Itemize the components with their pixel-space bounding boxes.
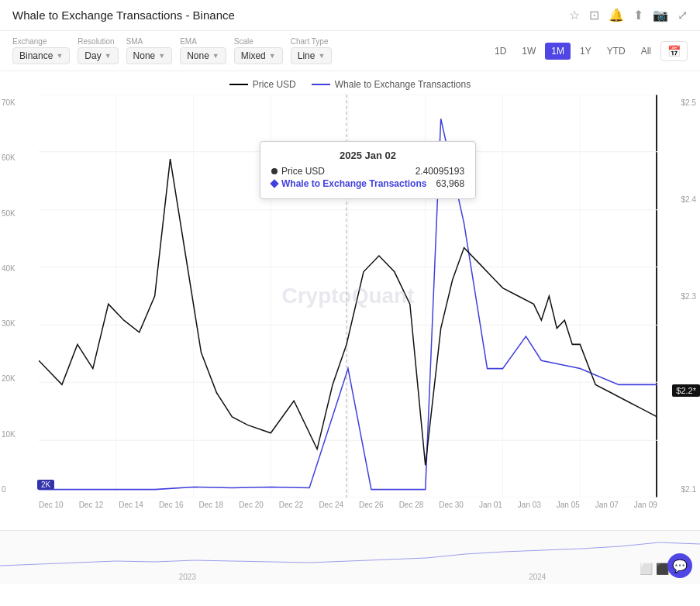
sma-arrow-icon: ▼	[158, 52, 165, 60]
mini-label-2024: 2024	[529, 573, 546, 581]
y-right-2-4: $2.4	[681, 195, 696, 204]
download-icon[interactable]: ⊡	[589, 8, 599, 22]
time-btn-1m[interactable]: 1M	[545, 43, 571, 60]
x-label-dec22: Dec 22	[279, 501, 304, 509]
time-btn-1d[interactable]: 1D	[488, 43, 512, 60]
x-axis-labels: Dec 10 Dec 12 Dec 14 Dec 16 Dec 18 Dec 2…	[39, 501, 657, 509]
time-btn-1y[interactable]: 1Y	[574, 43, 598, 60]
y-label-20k: 20K	[2, 374, 16, 383]
time-btn-ytd[interactable]: YTD	[601, 43, 632, 60]
tooltip-price-dot	[271, 168, 278, 174]
y-label-60k: 60K	[2, 153, 16, 162]
time-btn-1w[interactable]: 1W	[516, 43, 542, 60]
tooltip-date: 2025 Jan 02	[271, 150, 464, 161]
header-icons: ☆ ⊡ 🔔 ⬆ 📷 ⤢	[569, 8, 688, 22]
y-axis-right: $2.5 $2.4 $2.3 $2.2 $2.1	[683, 95, 698, 498]
tooltip-price-label: Price USD	[281, 166, 325, 177]
chart-area: Price USD Whale to Exchange Transactions…	[0, 71, 700, 529]
charttype-arrow-icon: ▼	[318, 52, 325, 60]
charttype-value: Line	[298, 50, 316, 61]
star-icon[interactable]: ☆	[569, 8, 580, 22]
y-label-10k: 10K	[2, 430, 16, 439]
ema-arrow-icon: ▼	[212, 52, 219, 60]
legend-whale-line	[312, 84, 330, 85]
sma-label: SMA	[126, 37, 173, 46]
x-label-dec30: Dec 30	[439, 501, 464, 509]
x-label-jan09: Jan 09	[634, 501, 657, 509]
y-axis-left: 70K 60K 50K 40K 30K 20K 10K 0	[2, 95, 16, 498]
sma-dropdown[interactable]: SMA None ▼	[126, 37, 173, 64]
charttype-dropdown[interactable]: Chart Type Line ▼	[291, 37, 333, 64]
chart-legend: Price USD Whale to Exchange Transactions	[0, 79, 700, 90]
scale-dropdown[interactable]: Scale Mixed ▼	[234, 37, 283, 64]
exchange-label: Exchange	[12, 37, 70, 46]
legend-price: Price USD	[229, 79, 296, 90]
x-label-jan01: Jan 01	[479, 501, 502, 509]
resolution-arrow-icon: ▼	[105, 52, 112, 60]
charttype-label: Chart Type	[291, 37, 333, 46]
current-price-badge: $2.2*	[672, 384, 700, 397]
resolution-label: Resolution	[78, 37, 118, 46]
tooltip-price-row: Price USD 2.40095193	[271, 166, 464, 177]
mini-label-2023: 2023	[179, 573, 196, 581]
y-label-30k: 30K	[2, 319, 16, 328]
page-title: Whale to Exchange Transactions - Binance	[12, 9, 235, 22]
x-label-dec14: Dec 14	[119, 501, 143, 509]
tooltip-whale-label-group: Whale to Exchange Transactions	[271, 178, 426, 189]
tooltip-price-label-group: Price USD	[271, 166, 325, 177]
tooltip-whale-dot	[270, 179, 278, 188]
start-badge: 2K	[37, 480, 54, 490]
ema-dropdown[interactable]: EMA None ▼	[180, 37, 226, 64]
exchange-dropdown[interactable]: Exchange Binance ▼	[12, 37, 70, 64]
scale-label: Scale	[234, 37, 283, 46]
scale-arrow-icon: ▼	[269, 52, 276, 60]
camera-icon[interactable]: 📷	[653, 8, 668, 22]
toolbar-left: Exchange Binance ▼ Resolution Day ▼ SMA …	[12, 37, 332, 64]
toolbar-right: 1D 1W 1M 1Y YTD All 📅	[488, 41, 688, 61]
header: Whale to Exchange Transactions - Binance…	[0, 0, 700, 31]
toolbar: Exchange Binance ▼ Resolution Day ▼ SMA …	[0, 31, 700, 71]
y-label-0: 0	[2, 485, 16, 494]
legend-price-line	[229, 84, 248, 85]
legend-whale: Whale to Exchange Transactions	[312, 79, 471, 90]
resolution-dropdown[interactable]: Resolution Day ▼	[78, 37, 118, 64]
tooltip-price-value: 2.40095193	[416, 166, 464, 177]
calendar-button[interactable]: 📅	[660, 41, 688, 61]
mini-tool-icon-1[interactable]: ⬜	[640, 563, 653, 575]
mini-chart-svg	[0, 535, 700, 570]
tooltip-whale-row: Whale to Exchange Transactions 63,968	[271, 178, 464, 189]
x-label-dec10: Dec 10	[39, 501, 64, 509]
x-label-jan03: Jan 03	[518, 501, 541, 509]
x-label-dec26: Dec 26	[359, 501, 384, 509]
x-label-jan05: Jan 05	[557, 501, 580, 509]
mini-chart-area: 2023 2024 ⬜ ⬛ 💬	[0, 530, 700, 584]
resolution-value: Day	[84, 50, 101, 61]
bell-icon[interactable]: 🔔	[609, 8, 624, 22]
mini-chart-tools: ⬜ ⬛	[640, 563, 669, 575]
x-label-dec20: Dec 20	[239, 501, 264, 509]
chat-button[interactable]: 💬	[667, 553, 692, 578]
tooltip-whale-value: 63,968	[436, 178, 464, 189]
expand-icon[interactable]: ⤢	[678, 8, 688, 22]
y-label-70k: 70K	[2, 98, 16, 107]
exchange-arrow-icon: ▼	[56, 52, 63, 60]
x-label-dec18: Dec 18	[199, 501, 224, 509]
share-icon[interactable]: ⬆	[633, 8, 643, 22]
legend-whale-label: Whale to Exchange Transactions	[335, 79, 471, 90]
x-label-dec16: Dec 16	[159, 501, 184, 509]
sma-value: None	[133, 50, 156, 61]
x-label-dec24: Dec 24	[319, 501, 343, 509]
time-btn-all[interactable]: All	[635, 43, 657, 60]
legend-price-label: Price USD	[253, 79, 296, 90]
y-label-40k: 40K	[2, 264, 16, 273]
y-right-2-5: $2.5	[681, 98, 696, 107]
x-label-dec28: Dec 28	[399, 501, 424, 509]
x-label-jan07: Jan 07	[595, 501, 619, 509]
main-chart[interactable]: CryptoQuant 70K 60K 50K 40K 30K 20K 10K …	[39, 95, 657, 498]
tooltip: 2025 Jan 02 Price USD 2.40095193 Whale t…	[260, 141, 476, 199]
mini-chart-labels: 2023 2024	[12, 573, 700, 581]
scale-value: Mixed	[241, 50, 266, 61]
ema-value: None	[187, 50, 209, 61]
y-right-2-1: $2.1	[681, 485, 696, 494]
x-label-dec12: Dec 12	[79, 501, 104, 509]
